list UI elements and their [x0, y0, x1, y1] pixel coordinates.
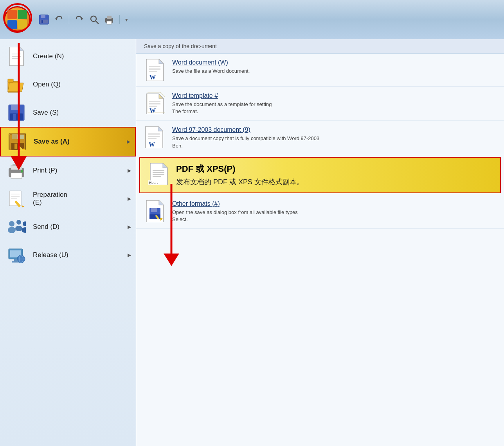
svg-rect-71: [148, 133, 160, 135]
save-as-arrow: ▶: [127, 139, 130, 144]
sidebar-item-preparation[interactable]: Preparation (E) ▶: [0, 185, 136, 213]
svg-rect-59: [149, 68, 160, 70]
undo-button[interactable]: [52, 13, 65, 26]
svg-rect-66: [149, 103, 160, 104]
svg-marker-5: [55, 18, 58, 20]
word-template-desc2: The format.: [172, 108, 496, 115]
open-icon: [6, 74, 27, 95]
right-panel: Save a copy of the doc-ument W W: [136, 39, 504, 446]
svg-rect-73: [148, 138, 157, 139]
svg-point-47: [23, 221, 26, 226]
main-area: Create (N) Open (Q): [0, 39, 504, 446]
svg-marker-6: [81, 18, 83, 20]
word-doc-icon: W: [144, 59, 166, 81]
word-97-icon: W: [144, 126, 166, 148]
svg-marker-13: [20, 47, 23, 51]
preparation-sublabel: (E): [33, 199, 67, 207]
svg-rect-11: [107, 21, 112, 24]
svg-rect-25: [13, 114, 16, 120]
sidebar-item-save[interactable]: Save (S): [0, 99, 136, 127]
svg-marker-76: [163, 163, 167, 168]
release-arrow: ▶: [128, 252, 131, 258]
release-label: Release (U): [33, 251, 68, 259]
right-header-text: Save a copy of the doc-ument: [144, 43, 217, 49]
release-icon: [6, 245, 27, 265]
toolbar-separator-1: [69, 15, 69, 24]
svg-text:W: W: [149, 74, 156, 81]
svg-point-43: [9, 221, 14, 227]
print-arrow: ▶: [128, 168, 131, 173]
save-as-label: Save as (A): [34, 138, 70, 146]
pdf-xps-desc: 发布文档的 PDF 或 XPS 文件格式副本。: [176, 177, 492, 187]
sidebar-item-release[interactable]: Release (U) ▶: [0, 241, 136, 269]
svg-rect-58: [149, 66, 160, 67]
svg-rect-4: [41, 20, 43, 23]
word-template-desc: Save the document as a template for sett…: [172, 101, 496, 108]
word-97-content: Word 97-2003 document (9) Save a documen…: [172, 126, 496, 149]
logo-q1: [7, 10, 17, 19]
save-toolbar-button[interactable]: [38, 13, 50, 26]
sidebar-item-print[interactable]: Print (P) ▶: [0, 156, 136, 185]
right-item-pdf-xps[interactable]: Heart PDF 或 XPS(P) 发布文档的 PDF 或 XPS 文件格式副…: [139, 157, 501, 193]
word-template-content: Word template # Save the document as a t…: [172, 92, 496, 115]
print-label: Print (P): [33, 167, 57, 174]
toolbar-separator-2: [119, 15, 120, 24]
search-toolbar-button[interactable]: [88, 13, 101, 26]
svg-marker-57: [159, 59, 164, 64]
send-arrow: ▶: [128, 224, 131, 230]
other-formats-title: Other formats (#): [172, 200, 496, 207]
right-item-word-template[interactable]: W Word template # Save the document as a…: [136, 87, 504, 121]
svg-rect-65: [149, 101, 160, 102]
right-item-other-formats[interactable]: Other formats (#) Open the save as dialo…: [136, 195, 504, 229]
right-item-word-97[interactable]: W Word 97-2003 document (9) Save a docum…: [136, 121, 504, 155]
svg-rect-20: [8, 79, 13, 82]
create-icon: [6, 46, 27, 67]
svg-rect-34: [11, 173, 22, 178]
logo-q4: [18, 20, 27, 29]
sidebar: Create (N) Open (Q): [0, 39, 136, 446]
right-item-word-doc[interactable]: W Word document (W) Save the file as a W…: [136, 54, 504, 87]
svg-rect-80: [153, 176, 161, 177]
logo-q2: [18, 10, 27, 19]
open-label: Open (Q): [33, 81, 61, 88]
customize-arrow[interactable]: ▾: [125, 17, 128, 23]
svg-point-35: [21, 170, 23, 173]
svg-rect-79: [153, 174, 164, 175]
sidebar-item-save-as[interactable]: Save as (A) ▶: [0, 127, 136, 156]
word-doc-content: Word document (W) Save the file as a Wor…: [172, 59, 496, 75]
redo-button[interactable]: [73, 13, 86, 26]
sidebar-item-create[interactable]: Create (N): [0, 42, 136, 70]
svg-rect-23: [11, 105, 20, 110]
svg-rect-3: [40, 20, 48, 23]
pdf-xps-content: PDF 或 XPS(P) 发布文档的 PDF 或 XPS 文件格式副本。: [176, 163, 492, 187]
svg-point-46: [15, 226, 22, 231]
create-label: Create (N): [33, 52, 64, 60]
svg-rect-24: [10, 113, 23, 120]
other-formats-desc2: Select.: [172, 216, 496, 223]
svg-rect-27: [12, 134, 20, 139]
right-panel-header: Save a copy of the doc-ument: [136, 39, 504, 54]
word-template-icon: W: [144, 92, 166, 114]
save-label: Save (S): [33, 109, 59, 117]
svg-rect-51: [14, 259, 17, 261]
svg-marker-70: [158, 126, 163, 131]
svg-rect-37: [9, 191, 21, 206]
svg-point-45: [16, 220, 21, 225]
svg-rect-36: [13, 164, 16, 166]
svg-text:W: W: [149, 141, 155, 148]
other-formats-desc: Open the save as dialog box from all ava…: [172, 209, 496, 216]
sidebar-item-open[interactable]: Open (Q): [0, 70, 136, 99]
other-formats-icon: [144, 200, 166, 222]
word-doc-desc: Save the file as a Word document.: [172, 68, 496, 75]
word-template-title: Word template #: [172, 92, 496, 99]
save-as-icon: [7, 131, 27, 152]
svg-marker-82: [159, 200, 164, 205]
send-label: Send (D): [33, 223, 59, 231]
preparation-label: Preparation: [33, 191, 67, 199]
office-logo: [7, 10, 27, 29]
print-toolbar-button[interactable]: [103, 13, 115, 26]
preparation-arrow: ▶: [128, 196, 131, 201]
office-button[interactable]: [4, 6, 31, 33]
sidebar-item-send[interactable]: Send (D) ▶: [0, 213, 136, 241]
pdf-xps-title: PDF 或 XPS(P): [176, 163, 492, 175]
